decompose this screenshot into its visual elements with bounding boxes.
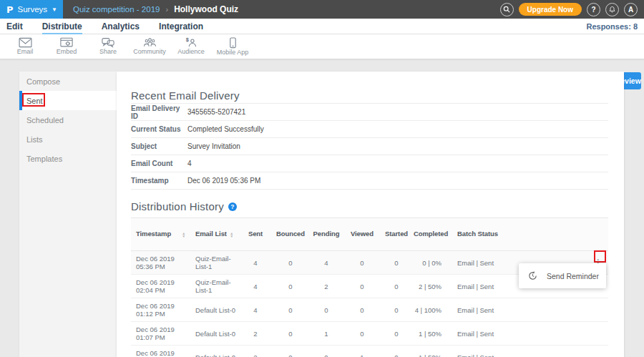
cell-pending: 2 [308, 275, 344, 298]
column-header-completed: Completed [413, 218, 456, 251]
search-button[interactable] [500, 3, 514, 16]
cell-bounced: 0 [273, 251, 308, 275]
cell-pending: 0 [308, 346, 344, 357]
cell-email-list: Default List-0 [190, 346, 238, 357]
sort-icon[interactable]: ▲▼ [230, 232, 233, 238]
detail-value: 4 [187, 160, 192, 167]
column-header-batch-status: Batch Status [456, 218, 506, 251]
questionpro-app: P Surveys ▼ Quiz competition - 2019 › Ho… [0, 0, 644, 357]
search-icon [503, 6, 510, 13]
table-row: Dec 06 2019 01:07 PM Default List-0 2 0 … [131, 322, 608, 346]
notifications-button[interactable] [605, 3, 619, 16]
cell-bounced: 0 [273, 322, 308, 346]
breadcrumb-folder[interactable]: Quiz competition - 2019 [73, 5, 160, 14]
toolbar-item-community[interactable]: Community [129, 34, 170, 59]
topbar: P Surveys ▼ Quiz competition - 2019 › Ho… [0, 0, 644, 19]
cell-pending: 0 [308, 298, 344, 322]
column-header-bounced: Bounced [273, 218, 308, 251]
toolbar-item-label: Share [87, 48, 129, 55]
cell-completed: 1 | 50% [413, 346, 456, 357]
column-header-started: Started [380, 218, 413, 251]
tab-distribute[interactable]: Distribute [42, 19, 82, 34]
cell-sent: 4 [238, 298, 273, 322]
cell-timestamp: Dec 06 2019 12:37 PM [131, 346, 190, 357]
cell-started: 0 [380, 346, 413, 357]
detail-label: Email Delivery ID [131, 104, 187, 120]
cell-viewed: 0 [344, 275, 380, 298]
column-label: Email List [195, 229, 227, 239]
column-label: Timestamp [136, 229, 171, 239]
mobile-app-icon [228, 37, 238, 49]
sidebar-item-scheduled[interactable]: Scheduled [19, 110, 117, 129]
tab-edit[interactable]: Edit [6, 19, 23, 34]
toolbar-item-email[interactable]: Email [4, 34, 46, 59]
cell-started: 0 [380, 322, 413, 346]
detail-row: Subject Survey Invitation [131, 138, 608, 155]
sent-content-panel: Recent Email Delivery Email Delivery ID … [117, 72, 624, 357]
breadcrumb-survey-name: Hollywood Quiz [174, 4, 238, 14]
toolbar-actions: Email Embed Share [4, 34, 253, 59]
toolbar-item-embed[interactable]: Embed [46, 34, 87, 59]
column-header-pending: Pending [308, 218, 344, 251]
detail-value: Survey Invitation [187, 142, 240, 150]
cell-timestamp: Dec 06 2019 05:36 PM [131, 251, 190, 275]
detail-row: Email Delivery ID 3455655-5207421 [131, 104, 608, 121]
help-button[interactable]: ? [587, 3, 600, 16]
cell-timestamp: Dec 06 2019 01:07 PM [131, 322, 190, 346]
sidebar-item-sent[interactable]: Sent [19, 91, 117, 110]
cell-email-list: Quiz-Email-List-1 [190, 275, 238, 298]
svg-text:$: $ [186, 37, 189, 42]
breadcrumb: Quiz competition - 2019 › Hollywood Quiz [73, 4, 238, 14]
tab-integration[interactable]: Integration [159, 19, 203, 34]
cell-started: 0 [380, 298, 413, 322]
detail-value: 3455655-5207421 [187, 108, 245, 116]
cell-completed: 1 | 50% [413, 322, 456, 346]
column-header-timestamp[interactable]: Timestamp ▲▼ [131, 218, 190, 251]
column-header-email-list[interactable]: Email List ▲▼ [190, 218, 238, 251]
cell-sent: 4 [238, 251, 273, 275]
avatar[interactable]: A [624, 3, 638, 16]
cell-batch-status: Email | Sent [456, 346, 506, 357]
toolbar-item-label: Community [129, 48, 170, 55]
sidebar-item-templates[interactable]: Templates [19, 149, 117, 168]
sidebar-item-lists[interactable]: Lists [19, 129, 117, 149]
send-reminder-icon [528, 271, 537, 280]
sort-icon[interactable]: ▲▼ [182, 232, 185, 238]
toolbar-item-label: Embed [46, 48, 87, 55]
cell-viewed: 1 [344, 346, 380, 357]
cell-email-list: Quiz-Email-List-1 [190, 251, 238, 275]
cell-viewed: 0 [344, 251, 380, 275]
community-icon [143, 37, 157, 48]
cell-email-list: Default List-0 [190, 298, 238, 322]
tab-analytics[interactable]: Analytics [102, 19, 140, 34]
cell-sent: 4 [238, 275, 273, 298]
cell-pending: 4 [308, 251, 344, 275]
toolbar-item-audience[interactable]: $ Audience [170, 34, 212, 59]
cell-email-list: Default List-0 [190, 322, 238, 346]
table-row: Dec 06 2019 01:12 PM Default List-0 4 0 … [131, 298, 608, 322]
detail-label: Current Status [131, 125, 187, 133]
toolbar-item-share[interactable]: Share [87, 34, 129, 59]
cell-completed: 4 | 100% [413, 298, 456, 322]
detail-value: Completed Successfully [187, 125, 264, 133]
detail-value: Dec 06 2019 05:36 PM [187, 177, 260, 185]
detail-row: Email Count 4 [131, 155, 608, 172]
email-icon [19, 37, 32, 48]
breadcrumb-separator-icon: › [165, 5, 168, 14]
detail-row: Timestamp Dec 06 2019 05:36 PM [131, 172, 608, 190]
cell-started: 0 [380, 275, 413, 298]
toolbar-item-mobile-app[interactable]: Mobile App [212, 34, 253, 59]
cell-sent: 2 [238, 322, 273, 346]
detail-label: Timestamp [131, 177, 187, 185]
surveys-menu[interactable]: P Surveys ▼ [0, 0, 63, 19]
responses-count[interactable]: Responses: 8 [586, 22, 644, 31]
send-reminder-menu-item[interactable]: Send Reminder [547, 272, 599, 280]
distribute-toolbar: Email Embed Share [0, 34, 644, 59]
upgrade-now-button[interactable]: Upgrade Now [519, 3, 582, 16]
distribution-history-help-icon[interactable]: ? [228, 202, 237, 211]
cell-completed: 2 | 50% [413, 275, 456, 298]
sidebar-item-compose[interactable]: Compose [19, 72, 117, 91]
cell-bounced: 0 [273, 346, 308, 357]
cell-bounced: 0 [273, 298, 308, 322]
toolbar-item-label: Audience [170, 48, 212, 55]
